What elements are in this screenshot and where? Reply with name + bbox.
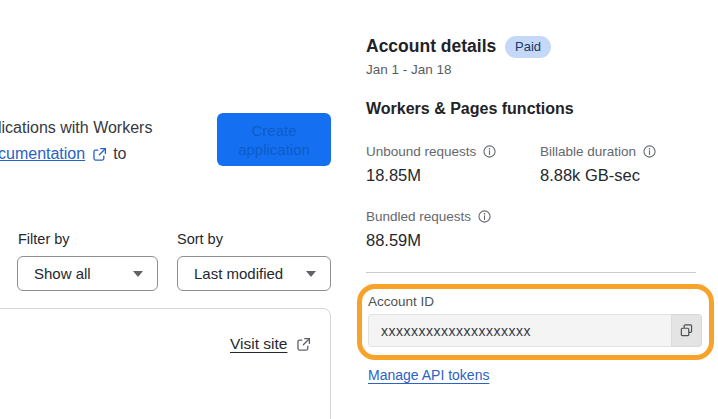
documentation-link[interactable]: cumentation (0, 141, 85, 167)
sort-by-label: Sort by (177, 231, 223, 247)
metric-value-billable: 8.88k GB-sec (540, 166, 640, 185)
info-icon[interactable] (643, 145, 656, 158)
section-divider (366, 272, 696, 273)
external-link-icon (92, 147, 107, 162)
visit-site-row: Visit site (230, 335, 311, 353)
intro-line-2: cumentation to (0, 141, 208, 167)
create-application-button[interactable]: Create application (217, 113, 331, 166)
metric-label-text: Billable duration (540, 144, 636, 159)
chevron-down-icon (306, 271, 316, 277)
filter-select-value: Show all (34, 265, 121, 282)
sort-select-value: Last modified (194, 265, 294, 282)
filter-by-label: Filter by (18, 231, 70, 247)
date-range: Jan 1 - Jan 18 (366, 62, 452, 77)
copy-icon (679, 323, 694, 338)
sort-select[interactable]: Last modified (177, 256, 331, 291)
functions-title: Workers & Pages functions (366, 100, 574, 118)
info-icon[interactable] (483, 145, 496, 158)
workers-pages-dashboard: lications with Workers cumentation to Cr… (0, 0, 718, 419)
account-id-label: Account ID (368, 294, 434, 309)
account-id-input[interactable] (368, 314, 671, 347)
metric-label-billable: Billable duration (540, 144, 656, 159)
intro-line2-suffix: to (113, 141, 126, 167)
metric-label-text: Unbound requests (366, 144, 476, 159)
metric-value-bundled: 88.59M (366, 231, 421, 250)
intro-line-1: lications with Workers (0, 115, 208, 141)
info-icon[interactable] (478, 210, 491, 223)
project-card: Visit site (0, 308, 331, 419)
filter-select[interactable]: Show all (17, 256, 158, 291)
metric-value-unbound: 18.85M (366, 166, 421, 185)
paid-badge: Paid (505, 36, 551, 58)
metric-label-bundled: Bundled requests (366, 209, 491, 224)
account-id-group (368, 314, 702, 347)
intro-text: lications with Workers cumentation to (0, 115, 208, 167)
intro-line1-text: lications with Workers (0, 115, 152, 141)
visit-site-link[interactable]: Visit site (230, 335, 287, 353)
account-details-title: Account details (366, 36, 496, 57)
chevron-down-icon (133, 271, 143, 277)
external-link-icon (296, 337, 311, 352)
metric-label-text: Bundled requests (366, 209, 471, 224)
copy-account-id-button[interactable] (671, 314, 702, 347)
metric-label-unbound: Unbound requests (366, 144, 496, 159)
manage-api-tokens-link[interactable]: Manage API tokens (368, 367, 489, 383)
